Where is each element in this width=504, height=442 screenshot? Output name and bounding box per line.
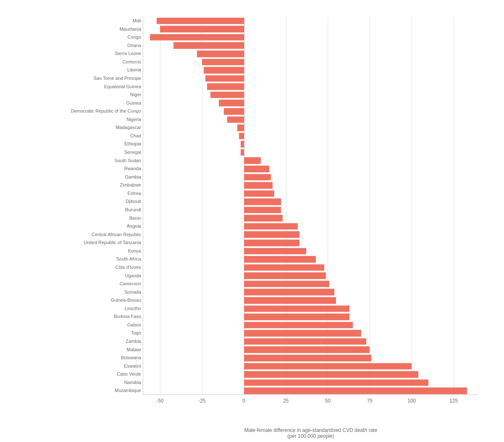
bar-label: Uganda: [0, 272, 141, 280]
bar-label: Cameroon: [0, 280, 141, 288]
bar-fill: [241, 149, 244, 156]
bar-row: Central African Republic: [143, 231, 479, 239]
bar-row: South Sudan: [143, 157, 479, 165]
bar-fill: [204, 67, 244, 74]
bar-fill: [244, 198, 281, 205]
bar-label: Mozambique: [0, 387, 141, 395]
bar-fill: [244, 158, 261, 164]
bar-row: Zimbabwe: [143, 181, 479, 189]
bar-label: Gambia: [0, 173, 141, 182]
bar-row: Djibouti: [143, 197, 479, 206]
bar-fill: [244, 313, 350, 320]
bar-row: Cabo Verde: [143, 370, 479, 379]
chart-area: -50-250255075100125MaliMauritaniaCongoGh…: [143, 17, 479, 395]
bar-label: Sao Tome and Principe: [0, 74, 141, 83]
bar-label: United Republic of Tanzania: [0, 239, 141, 247]
bar-label: Eritrea: [0, 189, 141, 198]
bar-label: Equatorial Guinea: [0, 83, 141, 91]
bar-fill: [244, 215, 283, 222]
bar-label: Botswana: [0, 354, 141, 362]
bar-row: Somalia: [143, 288, 479, 297]
bar-row: Botswana: [143, 354, 479, 362]
bar-fill: [244, 387, 467, 394]
bar-label: Central African Republic: [0, 231, 141, 239]
bar-fill: [244, 355, 372, 361]
bar-fill: [244, 322, 353, 329]
bar-label: Burkina Faso: [0, 313, 141, 321]
bar-label: Ghana: [0, 42, 141, 50]
bar-fill: [244, 190, 274, 197]
bar-fill: [244, 207, 281, 213]
bar-fill: [244, 239, 299, 246]
bar-fill: [224, 108, 244, 115]
bar-row: Mozambique: [143, 387, 479, 395]
bar-fill: [244, 273, 326, 279]
bar-fill: [244, 347, 370, 353]
bar-label: Madagascar: [0, 124, 141, 132]
bar-row: Uganda: [143, 272, 479, 280]
bar-fill: [244, 371, 418, 378]
bar-row: Comoros: [143, 58, 479, 66]
bar-fill: [244, 289, 335, 296]
bar-label: Democratic Republic of the Congo: [0, 107, 141, 116]
bar-row: South Africa: [143, 255, 479, 263]
bar-label: Rwanda: [0, 165, 141, 173]
bar-label: Zimbabwe: [0, 181, 141, 189]
bar-label: Sierra Leone: [0, 50, 141, 58]
bar-row: Lesotho: [143, 305, 479, 313]
bar-label: Mauritania: [0, 25, 141, 34]
bar-label: Côte d'Ivoire: [0, 263, 141, 272]
x-tick-label: 100: [407, 398, 416, 404]
bar-label: Zambia: [0, 337, 141, 346]
bar-row: Burundi: [143, 206, 479, 214]
bar-row: Eritrea: [143, 189, 479, 198]
bar-label: Eswatini: [0, 362, 141, 371]
bar-row: Burkina Faso: [143, 313, 479, 321]
bar-fill: [244, 264, 325, 271]
bar-row: Congo: [143, 33, 479, 42]
bar-label: Nigeria: [0, 116, 141, 124]
bar-fill: [244, 232, 299, 238]
bar-fill: [173, 42, 244, 49]
bar-label: Djibouti: [0, 197, 141, 206]
bar-fill: [210, 92, 244, 98]
bar-fill: [244, 256, 316, 263]
bar-fill: [202, 59, 244, 66]
bar-row: Togo: [143, 329, 479, 337]
bar-fill: [239, 133, 244, 139]
bar-label: Comoros: [0, 58, 141, 66]
bar-fill: [244, 330, 362, 337]
bar-row: Namibia: [143, 379, 479, 387]
bar-fill: [237, 124, 244, 131]
bar-fill: [160, 26, 244, 33]
bar-fill: [157, 18, 244, 24]
bar-fill: [244, 297, 336, 304]
bar-label: Guinea: [0, 99, 141, 108]
bar-fill: [244, 166, 269, 172]
bar-fill: [205, 75, 244, 82]
x-tick-label: 50: [325, 398, 331, 404]
bar-label: Niger: [0, 91, 141, 99]
bar-label: Benin: [0, 214, 141, 223]
bar-fill: [241, 141, 244, 147]
bar-label: Ethiopia: [0, 140, 141, 148]
bar-row: Côte d'Ivoire: [143, 263, 479, 272]
bar-row: Democratic Republic of the Congo: [143, 107, 479, 116]
bar-row: Eswatini: [143, 362, 479, 371]
bar-label: South Africa: [0, 255, 141, 263]
bar-row: Sierra Leone: [143, 50, 479, 58]
x-tick-label: 75: [367, 398, 373, 404]
bar-fill: [244, 223, 298, 230]
bar-row: Niger: [143, 91, 479, 99]
bar-label: Lesotho: [0, 305, 141, 313]
chart-container: -50-250255075100125MaliMauritaniaCongoGh…: [0, 0, 504, 442]
bar-label: South Sudan: [0, 157, 141, 165]
x-tick-label: -25: [198, 398, 205, 404]
bar-row: Chad: [143, 132, 479, 140]
bar-row: Rwanda: [143, 165, 479, 173]
bar-row: Mauritania: [143, 25, 479, 34]
bar-row: Kenya: [143, 247, 479, 255]
bar-fill: [197, 50, 244, 57]
bar-fill: [227, 116, 244, 123]
bar-row: Sao Tome and Principe: [143, 74, 479, 83]
